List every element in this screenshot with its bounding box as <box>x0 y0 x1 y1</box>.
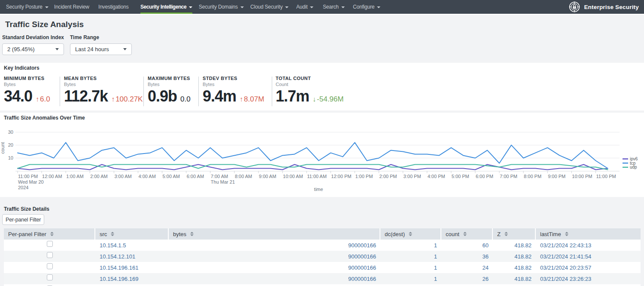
row-checkbox[interactable] <box>47 274 53 280</box>
column-header-z[interactable]: Z <box>493 228 535 240</box>
cell-value-link[interactable]: 03/21/2024 22:43:13 <box>540 242 591 249</box>
sort-icon[interactable] <box>190 232 194 236</box>
y-tick-label: 10 <box>8 155 13 160</box>
arrow-down-icon: ↓ <box>313 95 316 103</box>
chevron-down-icon <box>240 6 244 8</box>
cell-value-link[interactable]: 10.154.196.169 <box>100 276 138 282</box>
cell-value-link[interactable]: 36 <box>483 253 489 260</box>
cell-value-link[interactable]: 900000166 <box>348 276 376 282</box>
kpi-title: MAXIMUM BYTES <box>148 76 190 81</box>
nav-item-security-posture[interactable]: Security Posture <box>6 0 49 14</box>
sort-icon[interactable] <box>504 232 508 236</box>
column-header-src[interactable]: src <box>95 228 168 240</box>
cell-value-link[interactable]: 26 <box>483 276 489 282</box>
cell-value-link[interactable]: 03/21/2024 23:26:23 <box>540 276 591 282</box>
row-select-cell <box>4 240 94 251</box>
table-header-row: Per-panel Filtersrcbytesdc(dest)countZla… <box>4 228 641 240</box>
nav-item-configure[interactable]: Configure <box>353 0 380 14</box>
kpi-divider <box>272 77 272 106</box>
cell-src: 10.154.1.5 <box>95 240 168 251</box>
nav-item-incident-review[interactable]: Incident Review <box>54 0 89 14</box>
table-row: 10.154.1.5900000166160418.8203/21/2024 2… <box>4 240 641 251</box>
kpi-subtitle: Bytes <box>4 82 44 87</box>
kpi-divider <box>198 77 199 106</box>
sort-icon[interactable] <box>50 232 54 236</box>
per-panel-filter-button[interactable]: Per-panel Filter <box>2 214 44 225</box>
sort-icon[interactable] <box>463 232 467 236</box>
kpi-delta: ↑8.07M <box>240 95 264 104</box>
cell-count: 26 <box>441 273 492 284</box>
x-date-label: Thu Mar 21 <box>211 179 235 185</box>
y-axis-title: count <box>0 142 5 154</box>
nav-item-search[interactable]: Search <box>323 0 345 14</box>
anomalies-line-chart[interactable]: 10203011:00 PM12:00 AM1:00 AM2:00 AM3:00… <box>0 113 644 197</box>
kpi-value: 34.0 <box>4 88 32 105</box>
cell-value-link[interactable]: 900000166 <box>348 242 376 249</box>
x-tick-label: 6:00 PM <box>476 174 493 179</box>
x-tick-label: 11:00 PM <box>18 174 38 179</box>
row-checkbox[interactable] <box>47 241 53 247</box>
sort-icon[interactable] <box>409 232 412 236</box>
page-title: Traffic Size Analysis <box>5 20 84 29</box>
sort-icon[interactable] <box>111 232 114 236</box>
cell-value-link[interactable]: 1 <box>434 276 437 282</box>
kpi-delta: ↑100.27K <box>111 95 143 104</box>
cell-value-link[interactable]: 10.154.12.101 <box>100 253 135 260</box>
cell-value-link[interactable]: 24 <box>483 264 489 271</box>
nav-item-label: Security Domains <box>199 4 238 10</box>
cell-value-link[interactable]: 900000166 <box>348 264 376 271</box>
nav-item-audit[interactable]: Audit <box>296 0 313 14</box>
nav-item-cloud-security[interactable]: Cloud Security <box>250 0 289 14</box>
cell-lasttime <box>536 284 641 286</box>
filter-select-standard-deviation-index[interactable]: 2 (95.45%) <box>2 43 64 55</box>
cell-value-link[interactable]: 60 <box>483 242 489 249</box>
row-checkbox[interactable] <box>47 252 53 258</box>
series-line-ipv6[interactable] <box>18 165 608 170</box>
filter-select-time-range[interactable]: Last 24 hours <box>70 43 132 55</box>
cell-value-link[interactable]: 1 <box>434 253 437 260</box>
chevron-down-icon <box>285 6 289 8</box>
column-header-count[interactable]: count <box>441 228 492 240</box>
cell-value-link[interactable]: 418.82 <box>514 242 532 249</box>
cell-z: 418.82 <box>493 262 535 273</box>
kpi-maximum-bytes: MAXIMUM BYTESBytes0.9b0.0 <box>148 76 190 87</box>
table-row: 10.154.196.161900000166124418.8203/21/20… <box>4 262 641 273</box>
cell-value-link[interactable]: 418.82 <box>514 264 532 271</box>
nav-item-label: Cloud Security <box>250 4 283 10</box>
chevron-down-icon <box>189 6 192 8</box>
cell-z <box>493 284 535 286</box>
cell-value-link[interactable]: 1 <box>434 264 437 271</box>
cell-value-link[interactable]: 10.154.196.161 <box>100 264 138 271</box>
cell-value-link[interactable]: 03/21/2024 20:23:57 <box>540 264 591 271</box>
x-tick-label: 9:00 AM <box>259 174 276 179</box>
x-tick-label: 4:00 PM <box>428 174 445 179</box>
cell-value-link[interactable]: 03/21/2024 21:41:54 <box>540 253 591 260</box>
cell-src: 10.154.196.161 <box>95 262 168 273</box>
y-tick-label: 30 <box>8 129 13 135</box>
cell-value-link[interactable]: 1 <box>434 242 437 249</box>
kpi-mean-bytes: MEAN BYTESBytes112.7k↑100.27K <box>64 76 97 87</box>
nav-item-security-domains[interactable]: Security Domains <box>199 0 244 14</box>
key-indicators-label: Key Indicators <box>4 65 39 71</box>
sort-icon[interactable] <box>565 232 568 236</box>
chevron-down-icon <box>55 48 59 50</box>
cell-value-link[interactable]: 418.82 <box>514 253 532 260</box>
x-tick-label: 11:00 AM <box>307 174 327 179</box>
cell-value-link[interactable]: 900000166 <box>348 253 376 260</box>
column-header-per-panel-filter[interactable]: Per-panel Filter <box>4 228 94 240</box>
nav-item-label: Investigations <box>98 4 129 10</box>
nav-item-investigations[interactable]: Investigations <box>98 0 129 14</box>
column-header-dc-dest[interactable]: dc(dest) <box>380 228 440 240</box>
cell-dc-dest <box>380 284 440 286</box>
row-checkbox[interactable] <box>47 263 53 269</box>
column-header-lasttime[interactable]: lastTime <box>536 228 641 240</box>
column-header-bytes[interactable]: bytes <box>169 228 380 240</box>
x-tick-label: 1:00 AM <box>66 174 83 179</box>
nav-item-security-intelligence[interactable]: Security Intelligence <box>140 0 192 14</box>
cell-z: 418.82 <box>493 240 535 251</box>
kpi-delta-value: 100.27K <box>115 95 143 103</box>
cell-value-link[interactable]: 418.82 <box>514 276 532 282</box>
legend-label-udp[interactable]: udp <box>630 165 637 169</box>
kpi-divider <box>143 77 144 106</box>
cell-value-link[interactable]: 10.154.1.5 <box>100 242 126 249</box>
